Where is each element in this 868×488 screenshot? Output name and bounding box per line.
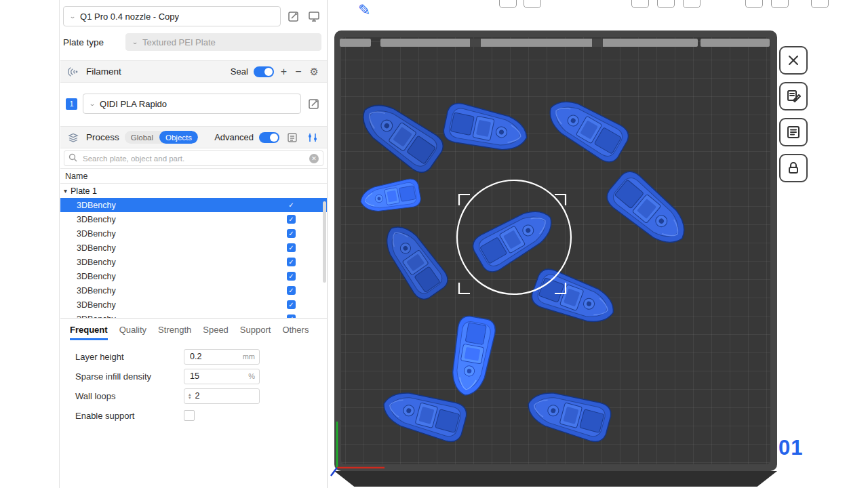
toolbar-icon-partial[interactable] xyxy=(631,0,649,8)
toolbar-icon-partial[interactable] xyxy=(745,0,763,8)
param-label: Sparse infill density xyxy=(75,371,184,382)
tab-strength[interactable]: Strength xyxy=(158,325,191,340)
printer-row: ⌄ Q1 Pro 0.4 nozzle - Copy xyxy=(60,0,327,32)
toolbar-icon-partial[interactable] xyxy=(499,0,517,8)
visibility-checkbox[interactable]: ✓ xyxy=(287,272,296,281)
chevron-down-icon: ⌄ xyxy=(69,14,76,20)
build-plate[interactable] xyxy=(334,30,777,471)
param-row: Sparse infill density% xyxy=(75,368,327,384)
remove-filament-button[interactable]: − xyxy=(294,66,302,77)
search-icon xyxy=(68,153,77,164)
list-item[interactable]: 3DBenchy✓ xyxy=(60,198,327,212)
tab-support[interactable]: Support xyxy=(240,325,271,340)
toolbar-icon-partial[interactable] xyxy=(811,0,829,8)
build-plate-grid xyxy=(341,37,770,464)
object-name: 3DBenchy xyxy=(77,314,116,319)
param-row: Enable support xyxy=(75,407,327,424)
close-button[interactable] xyxy=(779,46,808,75)
object-name: 3DBenchy xyxy=(77,229,116,239)
param-row: Layer heightmm xyxy=(75,348,327,365)
param-label: Layer height xyxy=(75,352,184,362)
compare-presets-icon[interactable] xyxy=(305,130,320,145)
tree-header: Name xyxy=(60,169,327,184)
param-unit: mm xyxy=(243,352,255,361)
toolbar-icon-partial[interactable] xyxy=(657,0,675,8)
param-input[interactable] xyxy=(189,351,231,362)
scope-objects[interactable]: Objects xyxy=(159,131,198,144)
plate-type-value: Textured PEI Plate xyxy=(142,37,216,47)
list-item[interactable]: 3DBenchy✓ xyxy=(60,312,327,318)
list-item[interactable]: 3DBenchy✓ xyxy=(60,255,327,269)
edit-preset-icon[interactable] xyxy=(286,9,301,24)
visibility-checkbox[interactable]: ✓ xyxy=(287,314,296,318)
tab-speed[interactable]: Speed xyxy=(203,325,229,340)
advanced-label: Advanced xyxy=(214,132,254,142)
search-input[interactable] xyxy=(81,154,305,163)
list-item[interactable]: 3DBenchy✓ xyxy=(60,269,327,283)
process-section-header: Process Global Objects Advanced xyxy=(60,126,327,148)
auto-orient-button[interactable] xyxy=(779,82,808,110)
support-checkbox[interactable] xyxy=(184,410,195,421)
advanced-toggle[interactable] xyxy=(259,132,279,143)
param-input-box[interactable]: ▴▾ xyxy=(184,388,260,404)
plate-type-label: Plate type xyxy=(63,37,119,47)
param-input[interactable] xyxy=(189,371,231,382)
clear-search-icon[interactable]: ✕ xyxy=(309,154,319,163)
visibility-checkbox[interactable]: ✓ xyxy=(287,243,296,252)
tab-others[interactable]: Others xyxy=(282,325,309,340)
chevron-down-icon: ⌄ xyxy=(132,39,138,45)
add-filament-button[interactable]: + xyxy=(279,66,288,77)
list-item[interactable]: 3DBenchy✓ xyxy=(60,298,327,312)
plate-settings-button[interactable] xyxy=(779,118,808,146)
list-item[interactable]: 3DBenchy✓ xyxy=(60,283,327,298)
edit-filament-icon[interactable] xyxy=(307,96,321,111)
object-name: 3DBenchy xyxy=(77,300,116,310)
param-input-box[interactable]: % xyxy=(184,369,260,384)
spinner-arrows[interactable]: ▴▾ xyxy=(189,392,191,399)
param-row: Wall loops▴▾ xyxy=(75,388,327,404)
toolbar-icon-partial[interactable] xyxy=(524,0,541,8)
filament-row: 1 ⌄ QIDI PLA Rapido xyxy=(60,83,327,126)
list-item[interactable]: 3DBenchy✓ xyxy=(60,212,327,226)
process-scope-switch: Global Objects xyxy=(125,131,198,144)
filament-settings-icon[interactable]: ⚙ xyxy=(309,66,320,77)
plate-type-select[interactable]: ⌄ Textured PEI Plate xyxy=(125,33,321,51)
visibility-checkbox[interactable]: ✓ xyxy=(287,258,296,266)
tree-plate-row[interactable]: ▾ Plate 1 xyxy=(60,184,327,198)
plate-ruler-segment xyxy=(380,39,698,47)
tab-frequent[interactable]: Frequent xyxy=(70,325,108,340)
edit-plate-icon[interactable]: ✎ xyxy=(358,1,370,19)
filament-slot-badge[interactable]: 1 xyxy=(66,98,77,110)
param-label: Wall loops xyxy=(75,391,184,401)
toolbar-icon-partial[interactable] xyxy=(771,0,789,8)
visibility-checkbox[interactable]: ✓ xyxy=(287,300,296,309)
visibility-checkbox[interactable]: ✓ xyxy=(287,229,296,238)
object-name: 3DBenchy xyxy=(77,215,116,224)
param-input[interactable] xyxy=(194,390,236,401)
settings-panel: ⌄ Q1 Pro 0.4 nozzle - Copy Plate type ⌄ … xyxy=(60,0,328,488)
chevron-down-icon: ⌄ xyxy=(89,101,96,107)
plate-front-edge xyxy=(334,471,777,487)
list-item[interactable]: 3DBenchy✓ xyxy=(60,241,327,255)
filament-name: QIDI PLA Rapido xyxy=(100,99,167,109)
visibility-checkbox[interactable]: ✓ xyxy=(287,201,296,209)
viewport-3d[interactable]: ✎ xyxy=(328,0,868,488)
scope-global[interactable]: Global xyxy=(125,131,159,144)
toolbar-icon-partial[interactable] xyxy=(683,0,701,8)
preset-list-icon[interactable] xyxy=(285,130,300,145)
param-input-box[interactable]: mm xyxy=(184,349,260,365)
tree-header-name: Name xyxy=(65,171,87,181)
list-item[interactable]: 3DBenchy✓ xyxy=(60,226,327,241)
printer-display-icon[interactable] xyxy=(307,9,321,24)
search-bar: ✕ xyxy=(64,150,323,166)
printer-select[interactable]: ⌄ Q1 Pro 0.4 nozzle - Copy xyxy=(63,6,281,26)
visibility-checkbox[interactable]: ✓ xyxy=(287,215,296,224)
plate-type-row: Plate type ⌄ Textured PEI Plate xyxy=(60,32,327,60)
filament-select[interactable]: ⌄ QIDI PLA Rapido xyxy=(83,94,301,114)
tab-quality[interactable]: Quality xyxy=(119,325,146,340)
caret-down-icon[interactable]: ▾ xyxy=(64,187,67,195)
seal-toggle[interactable] xyxy=(254,66,274,77)
lock-plate-button[interactable] xyxy=(779,154,808,182)
visibility-checkbox[interactable]: ✓ xyxy=(287,286,296,295)
tree-scrollbar[interactable] xyxy=(323,201,326,283)
